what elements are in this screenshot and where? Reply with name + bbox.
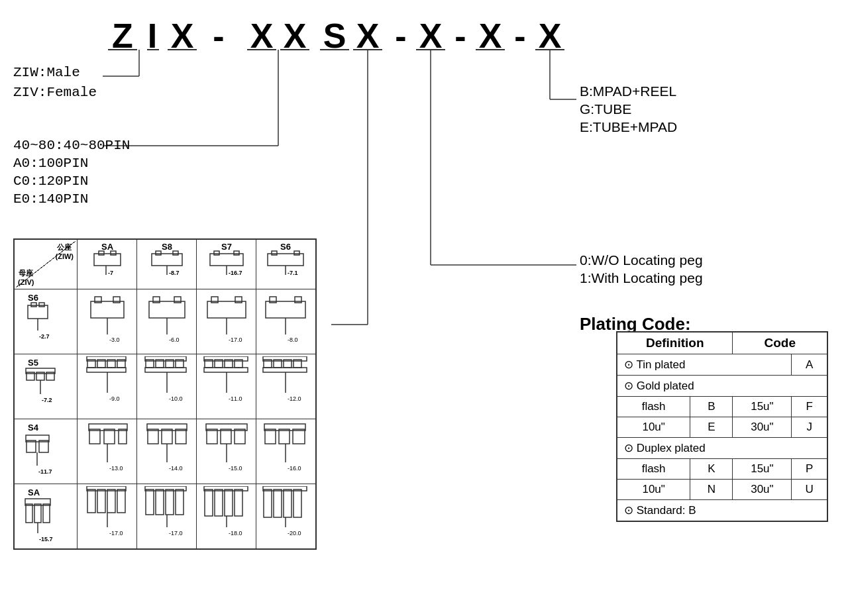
col-header-s6: S6 -7.1 <box>256 239 316 289</box>
row-label-s5: S5 -7.2 <box>14 354 78 419</box>
cell-s6-s6: -8.0 <box>256 289 316 354</box>
svg-rect-148 <box>162 429 172 444</box>
svg-text:S7: S7 <box>221 242 232 252</box>
table-row-s4: S4 -11.7 <box>14 419 316 484</box>
svg-rect-123 <box>204 356 248 361</box>
row-label-s6: S6 -2.7 <box>14 289 78 354</box>
svg-rect-179 <box>146 489 154 515</box>
svg-text:G:TUBE: G:TUBE <box>580 101 631 117</box>
svg-rect-153 <box>207 429 217 444</box>
svg-text:-11.7: -11.7 <box>38 468 52 475</box>
svg-text:-17.0: -17.0 <box>109 530 123 537</box>
svg-rect-60 <box>214 251 219 255</box>
svg-text:-7: -7 <box>108 270 113 276</box>
svg-text:-6.0: -6.0 <box>169 336 180 343</box>
cell-s4-s6: -16.0 <box>256 419 316 484</box>
plating-row-tin: ⊙ Tin plated A <box>617 354 827 376</box>
svg-text:E:TUBE+MPAD: E:TUBE+MPAD <box>580 119 677 134</box>
svg-rect-186 <box>205 489 213 516</box>
svg-text:ZIW:Male: ZIW:Male <box>13 65 80 80</box>
svg-text:0:W/O Locating peg: 0:W/O Locating peg <box>580 252 703 268</box>
duplex-30u-label: 30u" <box>733 480 792 500</box>
svg-text:Z: Z <box>112 17 133 55</box>
svg-rect-149 <box>176 429 186 444</box>
svg-text:-: - <box>454 17 466 55</box>
svg-rect-91 <box>266 301 305 318</box>
gold-10u-code: E <box>690 417 733 438</box>
svg-rect-166 <box>26 504 32 523</box>
svg-rect-160 <box>279 429 290 444</box>
svg-text:-12.0: -12.0 <box>288 395 301 402</box>
gold-15u-label: 15u" <box>733 397 792 417</box>
svg-rect-193 <box>264 489 272 517</box>
duplex-plated-label: ⊙ Duplex plated <box>617 438 827 459</box>
row-label-s4: S4 -11.7 <box>14 419 78 484</box>
svg-text:-: - <box>395 17 406 55</box>
cell-sa-s7: -18.0 <box>197 484 256 550</box>
svg-rect-86 <box>207 301 246 318</box>
cell-s4-s7: -15.0 <box>197 419 256 484</box>
svg-rect-47 <box>94 254 121 266</box>
svg-text:-16.0: -16.0 <box>288 465 301 472</box>
svg-rect-161 <box>293 429 305 444</box>
cell-s5-s8: -10.0 <box>137 354 197 419</box>
duplex-10u-code: N <box>690 480 733 500</box>
page-container: Z I X - X X S X - X - X - X <box>0 0 848 616</box>
svg-text:-14.0: -14.0 <box>169 465 183 472</box>
plating-row-duplex-header: ⊙ Duplex plated <box>617 438 827 459</box>
plating-row-standard: ⊙ Standard: B <box>617 500 827 522</box>
svg-text:-7.2: -7.2 <box>42 397 52 403</box>
plating-header-code: Code <box>733 332 827 354</box>
svg-text:-15.7: -15.7 <box>39 536 53 542</box>
plating-section: Definition Code ⊙ Tin plated A ⊙ Gold pl… <box>616 331 828 522</box>
svg-text:-3.0: -3.0 <box>109 336 120 343</box>
svg-rect-159 <box>265 429 276 444</box>
svg-rect-154 <box>221 429 231 444</box>
gold-15u-code: F <box>792 397 827 417</box>
svg-text:X: X <box>284 17 307 55</box>
gold-flash-code: B <box>690 397 733 417</box>
svg-rect-194 <box>274 489 282 517</box>
gold-30u-label: 30u" <box>733 417 792 438</box>
plating-row-duplex-10u: 10u" N 30u" U <box>617 480 827 500</box>
col-header-s7: S7 -16.7 <box>197 239 256 289</box>
cell-sa-sa: -17.0 <box>78 484 137 550</box>
svg-rect-132 <box>263 368 307 372</box>
cell-s4-sa: -13.0 <box>78 419 137 484</box>
svg-rect-174 <box>107 489 115 513</box>
cell-sa-s8: -17.0 <box>137 484 197 550</box>
svg-rect-81 <box>149 301 185 318</box>
duplex-flash-code: K <box>690 459 733 480</box>
col-header-sa: SA -7 <box>78 239 137 289</box>
svg-text:-10.0: -10.0 <box>169 395 183 402</box>
cell-s6-sa: -3.0 <box>78 289 137 354</box>
svg-rect-116 <box>145 368 186 372</box>
svg-text:-8.7: -8.7 <box>169 270 180 276</box>
svg-rect-141 <box>89 429 100 444</box>
svg-rect-188 <box>225 489 233 516</box>
duplex-30u-code: U <box>792 480 827 500</box>
svg-text:C0:120PIN: C0:120PIN <box>13 174 88 189</box>
svg-text:-18.0: -18.0 <box>229 530 242 537</box>
duplex-10u-label: 10u" <box>617 480 690 500</box>
svg-rect-196 <box>293 489 301 517</box>
svg-rect-61 <box>234 251 239 255</box>
duplex-15u-code: P <box>792 459 827 480</box>
svg-rect-71 <box>28 305 48 319</box>
svg-rect-100 <box>26 368 55 374</box>
svg-text:-16.7: -16.7 <box>229 270 242 276</box>
svg-rect-66 <box>272 251 277 255</box>
svg-text:-20.0: -20.0 <box>288 530 301 537</box>
svg-rect-181 <box>166 489 174 515</box>
cell-s5-sa: -9.0 <box>78 354 137 419</box>
svg-rect-143 <box>119 429 127 444</box>
svg-text:B:MPAD+REEL: B:MPAD+REEL <box>580 83 676 99</box>
svg-rect-124 <box>204 368 248 372</box>
svg-text:X: X <box>250 17 274 55</box>
svg-text:A0:100PIN: A0:100PIN <box>13 156 88 171</box>
svg-text:1:With Locating peg: 1:With Locating peg <box>580 270 703 285</box>
svg-text:-8.0: -8.0 <box>288 336 298 343</box>
svg-rect-142 <box>104 429 115 444</box>
svg-rect-55 <box>173 251 178 255</box>
svg-text:S: S <box>323 17 346 55</box>
